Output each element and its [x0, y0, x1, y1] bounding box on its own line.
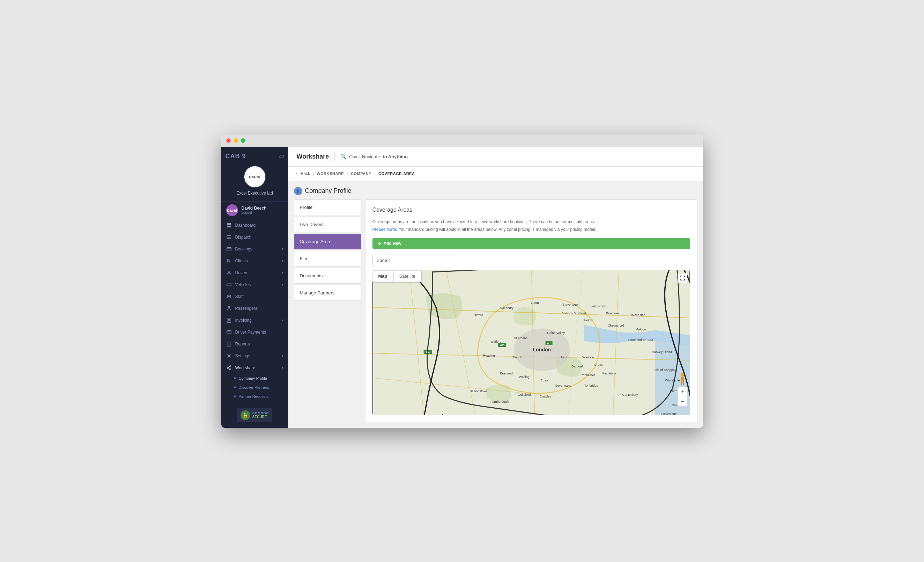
svg-rect-94 [681, 382, 682, 385]
sidebar-item-dashboard[interactable]: Dashboard [221, 219, 288, 231]
map-expand-button[interactable] [678, 273, 687, 283]
svg-text:Basildon: Basildon [582, 356, 594, 359]
coverage-title: Coverage Areas [372, 207, 690, 213]
search-area[interactable]: 🔍 Quick Navigate to Anything [340, 154, 408, 159]
map-tab-map[interactable]: Map [372, 270, 393, 282]
map-tabs: Map Satellite [372, 270, 422, 282]
zoom-in-button[interactable]: + [678, 387, 687, 397]
user-name: David Beech [242, 206, 267, 210]
svg-text:Ilford: Ilford [559, 356, 566, 359]
sidebar-item-staff[interactable]: Staff [221, 291, 288, 302]
svg-text:Folkestone: Folkestone [661, 412, 676, 415]
staff-icon [226, 294, 232, 299]
panel-nav-live-drivers[interactable]: Live Drivers [294, 216, 361, 232]
sidebar-item-drivers[interactable]: Drivers ▾ [221, 267, 288, 279]
breadcrumb-company[interactable]: COMPANY [351, 171, 371, 176]
dispatch-icon [226, 234, 232, 240]
svg-point-18 [228, 306, 230, 308]
sidebar-item-settings[interactable]: Settings ▾ [221, 350, 288, 362]
panel-nav-coverage-area[interactable]: Coverage Area [294, 234, 361, 249]
discover-partners-label: Discover Partners [239, 385, 269, 389]
svg-rect-93 [681, 377, 684, 382]
panel-nav-profile[interactable]: Profile [294, 200, 361, 215]
close-button[interactable] [226, 138, 231, 143]
sidebar-item-reports[interactable]: Reports [221, 338, 288, 350]
svg-text:Rochester: Rochester [580, 373, 595, 377]
zoom-out-button[interactable]: − [678, 397, 687, 407]
clients-icon [226, 258, 232, 264]
svg-line-32 [228, 367, 230, 367]
chevron-down-icon: ▾ [282, 318, 284, 322]
main-content: Workshare 🔍 Quick Navigate to Anything ←… [288, 147, 703, 428]
sidebar-item-company-profile[interactable]: Company Profile [221, 374, 288, 383]
comodo-secure: SECURE [252, 415, 269, 419]
panel-nav-documents[interactable]: Documents [294, 268, 361, 284]
back-arrow-icon: ← [296, 171, 300, 176]
sidebar-item-vehicles[interactable]: Vehicles ▾ [221, 279, 288, 291]
svg-text:Southend-on-Sea: Southend-on-Sea [628, 338, 653, 341]
left-panel: Profile Live Drivers Coverage Area Fleet… [294, 200, 361, 422]
map-container: London Oxford Aylesbury Luton Stevenage … [372, 270, 690, 415]
drivers-icon [226, 270, 232, 276]
reports-icon [226, 341, 232, 347]
car-icon [226, 282, 232, 287]
sidebar-item-passengers[interactable]: Passengers [221, 302, 288, 314]
svg-text:Stevenage: Stevenage [562, 302, 578, 306]
sidebar-item-clients[interactable]: Clients ▾ [221, 255, 288, 267]
calendar-icon [226, 246, 232, 252]
sidebar-item-invoicing[interactable]: Invoicing ▾ [221, 314, 288, 326]
svg-rect-0 [226, 223, 228, 225]
avatar: David [226, 204, 238, 216]
svg-text:M25: M25 [500, 344, 504, 347]
svg-text:M1: M1 [547, 342, 550, 345]
zone-name-input[interactable] [372, 255, 456, 266]
coverage-panel: Coverage Areas Coverage areas are the lo… [365, 200, 698, 422]
brand-version: 2.0 [279, 154, 284, 158]
panel-nav-fleet[interactable]: Fleet [294, 251, 361, 266]
sidebar-item-dispatch[interactable]: Dispatch [221, 231, 288, 243]
add-new-label: Add New [384, 241, 401, 246]
breadcrumb-sep2: › [346, 171, 348, 176]
workshare-label: Workshare [235, 365, 255, 370]
logout-link[interactable]: Logout [242, 210, 267, 215]
topbar: Workshare 🔍 Quick Navigate to Anything [288, 147, 703, 167]
svg-text:Slough: Slough [512, 356, 522, 359]
map-zoom-controls: + − [678, 387, 687, 407]
svg-rect-4 [226, 235, 231, 236]
svg-rect-6 [226, 238, 231, 239]
titlebar [221, 134, 703, 147]
invoicing-label: Invoicing [235, 318, 252, 323]
svg-point-14 [227, 286, 228, 286]
sidebar-item-driver-payments[interactable]: Driver Payments [221, 326, 288, 338]
chevron-down-icon: ▾ [282, 259, 284, 263]
panel-nav-manage-partners[interactable]: Manage Partners [294, 285, 361, 301]
breadcrumb-coverage-area[interactable]: COVERAGE-AREA [378, 171, 415, 176]
svg-point-17 [229, 295, 230, 296]
share-icon [226, 365, 232, 371]
sidebar-item-workshare[interactable]: Workshare ▾ [221, 362, 288, 374]
coverage-description: Coverage areas are the locations you hav… [372, 219, 690, 225]
sidebar-item-bookings[interactable]: Bookings ▾ [221, 243, 288, 255]
sidebar-item-discover-partners[interactable]: Discover Partners [221, 383, 288, 392]
svg-text:Luton: Luton [531, 301, 538, 304]
topbar-divider [334, 152, 335, 161]
back-button[interactable]: ← Back [296, 171, 310, 176]
sidebar-item-partner-requests[interactable]: Partner Requests [221, 392, 288, 401]
svg-point-31 [230, 368, 231, 370]
add-new-button[interactable]: ＋ Add New [372, 238, 690, 249]
coverage-note: Please Note: Your standard pricing will … [372, 226, 690, 233]
breadcrumb-workshare[interactable]: WORKSHARE [316, 171, 344, 176]
svg-point-28 [228, 355, 230, 356]
dashboard-label: Dashboard [235, 223, 256, 228]
maximize-button[interactable] [241, 138, 245, 143]
chevron-down-icon: ▾ [282, 271, 284, 275]
minimize-button[interactable] [234, 138, 238, 143]
expand-icon [680, 275, 685, 281]
grid-icon [226, 222, 232, 228]
svg-rect-3 [229, 225, 231, 227]
map-tab-satellite[interactable]: Satellite [393, 270, 422, 282]
brand-name: CAB 9 [225, 153, 246, 160]
svg-text:London: London [533, 347, 551, 352]
svg-point-30 [227, 367, 228, 368]
pegman-button[interactable] [678, 372, 687, 387]
